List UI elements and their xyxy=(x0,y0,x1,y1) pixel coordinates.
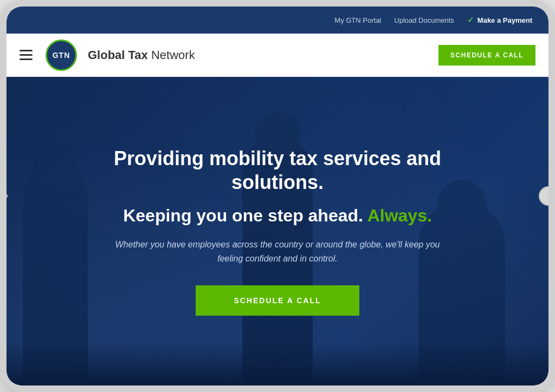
hero-subtitle-text: Keeping you one step ahead. xyxy=(123,206,363,225)
top-nav: My GTN Portal Upload Documents ✓ Make a … xyxy=(7,6,548,34)
my-gtn-portal-link[interactable]: My GTN Portal xyxy=(334,16,381,24)
logo-gtn-text: GTN xyxy=(53,51,70,59)
hero-always-text: Always. xyxy=(367,206,432,225)
schedule-call-header-button[interactable]: SCHEDULE A CALL xyxy=(438,45,535,66)
logo-inner: GTN xyxy=(47,41,75,69)
hamburger-menu[interactable] xyxy=(17,48,35,62)
tablet-frame: My GTN Portal Upload Documents ✓ Make a … xyxy=(0,0,555,392)
make-payment-link[interactable]: ✓ Make a Payment xyxy=(467,15,532,25)
tablet-screen: My GTN Portal Upload Documents ✓ Make a … xyxy=(7,6,548,386)
schedule-call-hero-button[interactable]: SCHEDULE A CALL xyxy=(196,285,359,316)
brand-normal: Network xyxy=(148,48,195,62)
hero-content: Providing mobility tax services and solu… xyxy=(7,77,548,386)
hero-description: Whether you have employees across the co… xyxy=(115,238,440,265)
brand-bold: Global Tax xyxy=(88,48,148,62)
hamburger-line-2 xyxy=(20,54,33,56)
tablet-home-button[interactable] xyxy=(539,186,555,206)
upload-documents-link[interactable]: Upload Documents xyxy=(394,16,454,24)
site-header: GTN Global Tax Network SCHEDULE A CALL xyxy=(7,34,548,77)
checkmark-icon: ✓ xyxy=(467,15,474,25)
hamburger-line-3 xyxy=(20,58,33,60)
header-left: GTN Global Tax Network xyxy=(17,40,195,71)
brand-name: Global Tax Network xyxy=(88,48,195,62)
logo-text: Global Tax Network xyxy=(88,48,195,62)
hero-section: Providing mobility tax services and solu… xyxy=(7,77,548,386)
hero-title: Providing mobility tax services and solu… xyxy=(93,147,462,193)
hamburger-line-1 xyxy=(20,50,33,51)
hero-subtitle: Keeping you one step ahead. Always. xyxy=(123,205,432,227)
logo-circle: GTN xyxy=(46,40,77,71)
tablet-side-dot xyxy=(3,194,8,198)
